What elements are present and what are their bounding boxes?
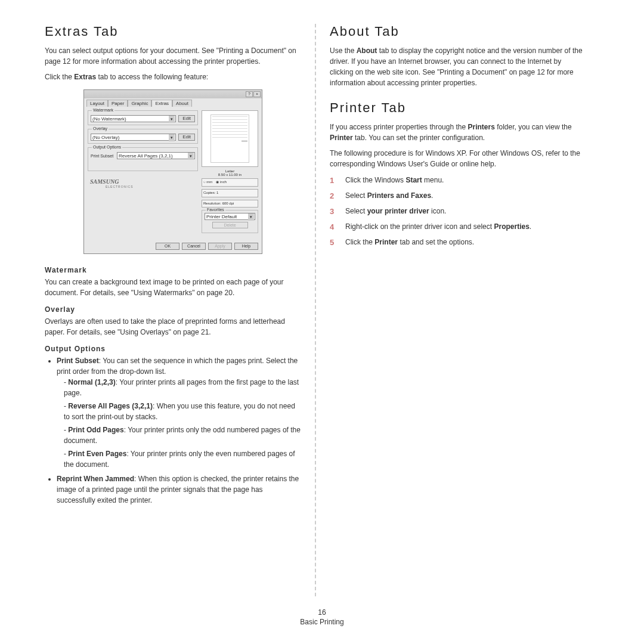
page-preview <box>202 110 258 167</box>
close-window-icon[interactable]: × <box>253 91 261 97</box>
inch-radio[interactable]: ◉ inch <box>216 180 227 185</box>
dialog-tabs: Layout Paper Graphic Extras About <box>84 98 262 107</box>
cancel-button[interactable]: Cancel <box>182 243 206 250</box>
output-list: Print Subset: You can set the sequence i… <box>45 355 301 506</box>
column-divider <box>315 24 316 596</box>
about-tab-text: Use the About tab to display the copyrig… <box>330 45 586 88</box>
overlay-select[interactable]: (No Overlay) <box>91 134 176 141</box>
tab-extras[interactable]: Extras <box>151 100 172 107</box>
overlay-edit-button[interactable]: Edit <box>178 134 195 141</box>
step-3: 3Select your printer driver icon. <box>330 205 586 218</box>
watermark-select[interactable]: (No Watermark) <box>91 115 176 122</box>
tab-graphic[interactable]: Graphic <box>128 100 151 107</box>
overlay-legend: Overlay <box>92 126 109 131</box>
printer-tab-text1: If you access printer properties through… <box>330 122 586 143</box>
paper-size: 8.50 x 11.00 in <box>202 173 258 177</box>
about-tab-heading: About Tab <box>330 24 586 39</box>
overlay-subhead: Overlay <box>45 305 301 314</box>
output-options-fieldset: Output Options Print Subset Reverse All … <box>88 147 198 171</box>
list-item: Normal (1,2,3): Your printer prints all … <box>64 377 301 398</box>
extras-tab-heading: Extras Tab <box>45 24 301 39</box>
dialog-right-panel: Letter 8.50 x 11.00 in ○ mm ◉ inch Copie… <box>202 110 258 237</box>
overlay-text: Overlays are often used to take the plac… <box>45 316 301 338</box>
dialog-left-panel: Watermark (No Watermark) Edit Overlay (N… <box>88 110 198 237</box>
ok-button[interactable]: OK <box>156 243 179 250</box>
tab-about[interactable]: About <box>172 100 192 107</box>
watermark-legend: Watermark <box>92 108 114 112</box>
list-item: Print Even Pages: Your printer prints on… <box>64 448 301 470</box>
favorites-delete-button[interactable]: Delete <box>212 222 248 228</box>
step-1: 1Click the Windows Start menu. <box>330 174 586 187</box>
step-5: 5Click the Printer tab and set the optio… <box>330 236 586 249</box>
help-button[interactable]: Help <box>234 243 258 250</box>
print-subset-select[interactable]: Reverse All Pages (3,2,1) <box>117 152 195 159</box>
resolution-info: Resolution: 600 dpi <box>202 200 258 208</box>
step-4: 4Right-click on the printer driver icon … <box>330 221 586 234</box>
favorites-legend: Favorites <box>206 208 225 212</box>
dialog-body: Watermark (No Watermark) Edit Overlay (N… <box>84 107 262 240</box>
list-item: Reverse All Pages (3,2,1): When you use … <box>64 401 301 422</box>
page-footer: 16 Basic Printing <box>0 608 644 626</box>
printer-tab-heading: Printer Tab <box>330 100 586 116</box>
print-subset-label: Print Subset <box>91 154 114 158</box>
list-item: Reprint When Jammed: When this option is… <box>57 473 301 506</box>
section-name: Basic Printing <box>0 618 644 626</box>
brand-logo: SAMSUNG <box>88 175 198 185</box>
right-column: About Tab Use the About tab to display t… <box>321 24 595 596</box>
extras-click-line: Click the Extras tab to access the follo… <box>45 72 301 82</box>
copies-info: Copies: 1 <box>202 189 258 197</box>
left-column: Extras Tab You can select output options… <box>36 24 310 596</box>
brand-sub: ELECTRONICS <box>88 185 198 188</box>
favorites-select[interactable]: Printer Default <box>205 213 255 220</box>
mm-radio[interactable]: ○ mm <box>203 180 212 185</box>
page-number: 16 <box>0 608 644 617</box>
watermark-edit-button[interactable]: Edit <box>178 115 195 122</box>
output-subhead: Output Options <box>45 345 301 353</box>
favorites-fieldset: Favorites Printer Default Delete <box>202 210 258 233</box>
extras-dialog-screenshot: ? × Layout Paper Graphic Extras About Wa… <box>83 89 262 254</box>
overlay-fieldset: Overlay (No Overlay) Edit <box>88 129 198 144</box>
tab-paper[interactable]: Paper <box>108 100 128 107</box>
printer-tab-text2: The following procedure is for Windows X… <box>330 148 586 169</box>
help-window-icon[interactable]: ? <box>246 91 253 97</box>
watermark-subhead: Watermark <box>45 266 301 274</box>
tab-layout[interactable]: Layout <box>86 100 108 107</box>
watermark-text: You can create a background text image t… <box>45 277 301 298</box>
apply-button[interactable]: Apply <box>208 243 232 250</box>
printer-steps: 1Click the Windows Start menu. 2Select P… <box>330 174 586 249</box>
dialog-footer: OK Cancel Apply Help <box>84 240 262 253</box>
page-content: Extras Tab You can select output options… <box>0 0 644 596</box>
extras-intro: You can select output options for your d… <box>45 45 301 67</box>
list-item: Print Subset: You can set the sequence i… <box>57 355 301 470</box>
units-box: ○ mm ◉ inch <box>202 178 258 187</box>
step-2: 2Select Printers and Faxes. <box>330 190 586 203</box>
output-legend: Output Options <box>92 145 122 149</box>
preview-page-icon <box>210 114 249 163</box>
list-item: Print Odd Pages: Your printer prints onl… <box>64 425 301 446</box>
dialog-titlebar: ? × <box>84 90 262 98</box>
watermark-fieldset: Watermark (No Watermark) Edit <box>88 110 198 125</box>
